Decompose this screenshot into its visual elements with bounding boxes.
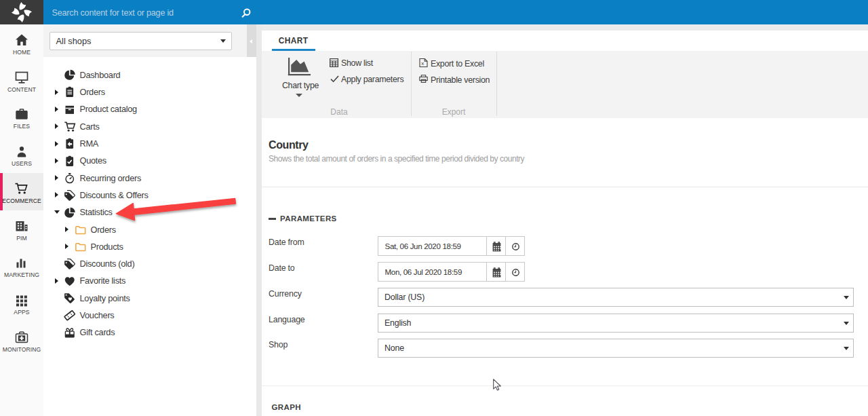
svg-text:x: x [421,60,424,67]
